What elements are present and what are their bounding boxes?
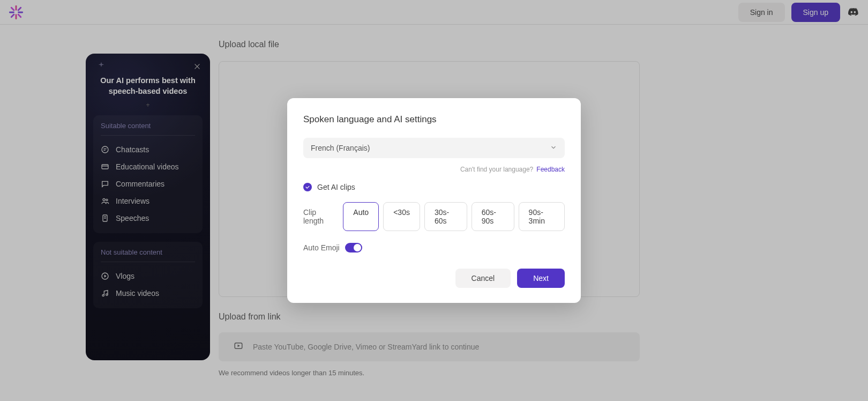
chevron-down-icon — [550, 144, 557, 153]
clip-option-30s[interactable]: <30s — [383, 202, 420, 231]
language-selected-value: French (Français) — [311, 144, 370, 152]
clip-length-label: Clip length — [303, 208, 336, 225]
next-button[interactable]: Next — [517, 269, 565, 288]
clip-option-90s3min[interactable]: 90s-3min — [519, 202, 565, 231]
modal-actions: Cancel Next — [303, 269, 565, 288]
check-icon — [303, 183, 312, 191]
language-select[interactable]: French (Français) — [303, 138, 565, 158]
auto-emoji-row: Auto Emoji — [303, 243, 565, 253]
language-ai-settings-modal: Spoken language and AI settings French (… — [287, 98, 581, 303]
get-ai-clips-row[interactable]: Get AI clips — [303, 183, 565, 191]
modal-overlay: Spoken language and AI settings French (… — [0, 0, 868, 401]
clip-option-auto[interactable]: Auto — [343, 202, 379, 231]
clip-length-row: Clip length Auto<30s30s-60s60s-90s90s-3m… — [303, 202, 565, 231]
get-ai-clips-label: Get AI clips — [317, 183, 355, 191]
cant-find-language-text: Can't find your language? — [460, 166, 533, 173]
feedback-link[interactable]: Feedback — [536, 166, 565, 173]
auto-emoji-label: Auto Emoji — [303, 243, 340, 252]
modal-title: Spoken language and AI settings — [303, 114, 565, 125]
clip-option-30s60s[interactable]: 30s-60s — [424, 202, 467, 231]
cancel-button[interactable]: Cancel — [455, 269, 511, 288]
toggle-knob — [354, 244, 361, 251]
clip-option-60s90s[interactable]: 60s-90s — [472, 202, 514, 231]
auto-emoji-toggle[interactable] — [345, 243, 362, 253]
